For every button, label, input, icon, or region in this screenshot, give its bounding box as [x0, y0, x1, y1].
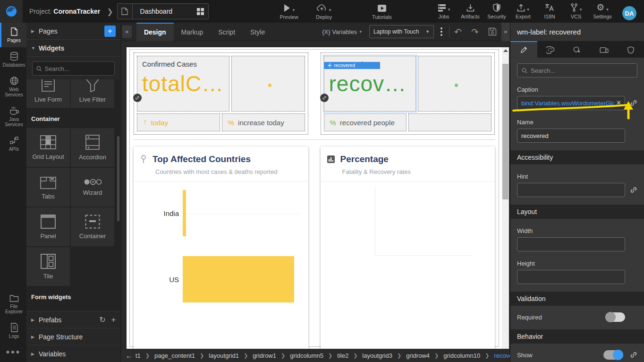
tab-inspector[interactable] [564, 41, 591, 58]
widget-tabs[interactable]: Tabs [26, 168, 70, 207]
clear-binding-icon[interactable]: ✕ [616, 99, 621, 106]
widget-panel[interactable]: Panel [26, 207, 70, 246]
selection-label[interactable]: recovered [324, 62, 381, 69]
rail-item-web-services[interactable]: Web Services [0, 72, 26, 102]
tab-devices[interactable] [591, 41, 618, 58]
design-canvas[interactable]: Confirmed Cases totalC… [127, 47, 502, 349]
percentage-panel[interactable]: Percentage Fatality & Recovery rates [321, 147, 495, 349]
tab-styles[interactable] [537, 41, 564, 58]
breadcrumb-item[interactable]: layoutgrid3 [362, 352, 392, 359]
tab-style[interactable]: Style [243, 23, 272, 41]
breadcrumb-item[interactable]: tile2 [337, 352, 348, 359]
tab-markup[interactable]: Markup [174, 23, 211, 41]
widget-grid-layout[interactable]: Grid Layout [26, 128, 70, 167]
binding-badge[interactable] [320, 94, 329, 102]
rail-item-pages[interactable]: Pages [0, 23, 26, 47]
jobs-button[interactable]: ▾ Jobs [434, 2, 453, 19]
today-cell[interactable]: ↑ today [137, 113, 220, 131]
show-toggle[interactable] [603, 350, 623, 360]
canvas-scrollbar[interactable] [502, 47, 509, 349]
page-structure-section-header[interactable]: ▶ Page Structure [26, 328, 120, 345]
widget-tile[interactable]: Tile [26, 247, 70, 286]
breadcrumb-item[interactable]: t1 [136, 352, 141, 359]
widget-live-form[interactable]: Live Form [26, 79, 70, 108]
breadcrumb-item[interactable]: layoutgrid1 [209, 352, 239, 359]
tab-security[interactable] [617, 41, 644, 58]
tab-script[interactable]: Script [211, 23, 243, 41]
breadcrumb-back-arrow[interactable]: ← [126, 352, 133, 360]
add-page-button[interactable]: + [104, 26, 116, 37]
more-options-button[interactable] [441, 27, 442, 36]
bar-chart[interactable]: India US [134, 181, 308, 337]
export-button[interactable]: ▾ Export [514, 2, 533, 19]
confirmed-cases-cell[interactable]: Confirmed Cases totalC… [137, 56, 229, 112]
rail-item-file-explorer[interactable]: File Explorer [0, 290, 26, 319]
collapse-left-panel-button[interactable]: « [122, 26, 132, 38]
chevron-down-icon[interactable]: ▾ [293, 8, 295, 13]
hint-input[interactable] [517, 183, 625, 197]
recovered-tile[interactable]: Recovered recovered recov… [321, 52, 495, 135]
name-input[interactable] [517, 129, 625, 143]
i18n-button[interactable]: I18N [540, 2, 559, 19]
chevron-down-icon[interactable]: ▾ [329, 8, 331, 13]
tutorials-button[interactable]: Tutorials [372, 3, 392, 20]
recovered-chart-cell[interactable] [418, 56, 491, 112]
bar-india[interactable] [183, 190, 186, 236]
caption-input[interactable] [517, 96, 625, 110]
wavemaker-logo[interactable] [0, 0, 23, 23]
chevron-down-icon[interactable]: ▾ [606, 7, 609, 13]
tab-properties[interactable] [510, 41, 537, 58]
artifacts-button[interactable]: Artifacts [461, 2, 480, 19]
security-button[interactable]: Security [487, 2, 506, 19]
breadcrumb-item-current[interactable]: recovered [494, 352, 510, 359]
widget-list-scrollbar[interactable] [117, 136, 119, 221]
refresh-icon[interactable]: ↻ [99, 315, 105, 324]
vcs-button[interactable]: ▾ VCS [567, 2, 585, 19]
breadcrumb-item[interactable]: gridrow4 [406, 352, 430, 359]
rail-more-button[interactable]: ●●● [0, 343, 26, 362]
widget-wizard[interactable]: Wizard [71, 168, 114, 207]
undo-button[interactable]: ↶ [454, 26, 462, 37]
page-container[interactable]: Confirmed Cases totalC… [129, 49, 499, 347]
recovered-cell-selected[interactable]: Recovered recovered recov… [324, 56, 416, 112]
user-avatar[interactable]: DA [622, 6, 636, 20]
widgets-section-header[interactable]: ▼ Widgets [26, 40, 120, 57]
bind-link-icon[interactable] [630, 351, 637, 359]
bind-link-icon[interactable] [630, 99, 637, 107]
variables-section-header[interactable]: ▶ Variables [26, 345, 120, 362]
prefabs-section-header[interactable]: ▶ Prefabs ↻ + [26, 311, 120, 328]
bar-row-us[interactable]: US [134, 256, 294, 302]
add-prefab-button[interactable]: + [111, 316, 116, 324]
bar-row-india[interactable]: India [134, 190, 186, 236]
breadcrumb-item[interactable]: gridcolumn10 [443, 352, 480, 359]
confirmed-total-label[interactable]: totalC… [142, 71, 224, 96]
rail-item-databases[interactable]: Databases [0, 47, 26, 72]
rail-item-logs[interactable]: Logs [0, 319, 26, 343]
redo-button[interactable]: ↷ [471, 26, 479, 37]
properties-search-input[interactable] [531, 67, 633, 74]
widget-live-filter[interactable]: Live Filter [71, 79, 114, 108]
bind-link-icon[interactable] [630, 186, 637, 194]
page-tab-dashboard[interactable]: Dashboard [117, 3, 209, 19]
recovered-label[interactable]: recov… [329, 71, 411, 96]
pages-section-header[interactable]: ▶ Pages + [26, 23, 120, 40]
grid-view-icon[interactable] [192, 8, 208, 15]
save-button[interactable] [488, 27, 497, 36]
device-selector[interactable]: Laptop with Touch ▼ [369, 25, 434, 38]
increase-today-cell[interactable]: % increase today [222, 113, 305, 131]
chevron-down-icon[interactable]: ▾ [527, 7, 529, 13]
confirmed-chart-cell[interactable] [231, 56, 305, 112]
deploy-button[interactable]: ▾ Deploy [314, 3, 333, 20]
rail-item-java-services[interactable]: Java Services [0, 102, 26, 131]
breadcrumb-item[interactable]: page_content1 [154, 352, 195, 359]
breadcrumb-item[interactable]: gridrow1 [253, 352, 276, 359]
height-input[interactable] [517, 270, 625, 284]
recovered-people-cell[interactable]: % recovered people [324, 113, 407, 131]
preview-button[interactable]: ▾ Preview [280, 3, 298, 20]
tab-design[interactable]: Design [136, 23, 174, 41]
required-toggle[interactable] [605, 312, 625, 322]
scrollbar-thumb[interactable] [502, 64, 508, 199]
layout-grid-row[interactable]: Confirmed Cases totalC… [134, 52, 495, 140]
empty-cell[interactable] [408, 113, 491, 131]
confirmed-cases-tile[interactable]: Confirmed Cases totalC… [134, 52, 308, 135]
